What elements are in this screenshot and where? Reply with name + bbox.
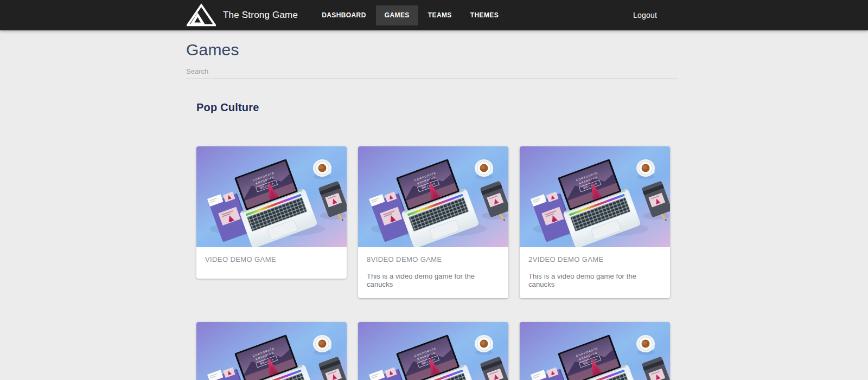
game-card[interactable] <box>196 322 347 380</box>
corporate-branding-mockup-illustration <box>358 146 508 247</box>
game-thumbnail <box>196 146 347 247</box>
game-card[interactable]: VIDEO DEMO GAME <box>196 146 347 279</box>
game-card[interactable]: 2VIDEO DEMO GAME This is a video demo ga… <box>520 146 670 298</box>
game-thumbnail <box>358 322 508 380</box>
game-card[interactable] <box>358 322 508 380</box>
game-title: 8VIDEO DEMO GAME <box>367 255 500 263</box>
corporate-branding-mockup-illustration <box>196 322 347 380</box>
nav-item-teams[interactable]: TEAMS <box>419 5 461 25</box>
search-input[interactable] <box>186 64 678 78</box>
corporate-branding-mockup-illustration <box>520 146 670 247</box>
games-grid-row-1: VIDEO DEMO GAME 8VIDEO DEMO GAME This is… <box>196 146 678 298</box>
main-content: Games Pop Culture VIDEO DEMO GAME 8VIDEO… <box>186 40 678 380</box>
navbar-inner: The Strong Game DASHBOARD GAMES TEAMS TH… <box>0 0 868 30</box>
game-title: VIDEO DEMO GAME <box>205 255 338 263</box>
game-description: This is a video demo game for the canuck… <box>528 272 661 288</box>
game-title: 2VIDEO DEMO GAME <box>528 255 661 263</box>
nav-item-dashboard[interactable]: DASHBOARD <box>313 5 375 25</box>
corporate-branding-mockup-illustration <box>358 322 508 380</box>
mountain-triangle-logo-icon[interactable] <box>187 3 216 27</box>
games-grid-row-2 <box>196 322 678 380</box>
main-nav: DASHBOARD GAMES TEAMS THEMES <box>312 0 508 30</box>
game-card-body: 8VIDEO DEMO GAME This is a video demo ga… <box>358 247 508 298</box>
game-description: This is a video demo game for the canuck… <box>367 272 500 288</box>
game-card-body: 2VIDEO DEMO GAME This is a video demo ga… <box>520 247 670 298</box>
corporate-branding-mockup-illustration <box>196 146 347 247</box>
search-field-wrap <box>186 64 678 79</box>
top-navbar: The Strong Game DASHBOARD GAMES TEAMS TH… <box>0 0 868 30</box>
nav-item-games[interactable]: GAMES <box>376 5 418 25</box>
nav-item-themes[interactable]: THEMES <box>462 5 507 25</box>
game-card[interactable]: 8VIDEO DEMO GAME This is a video demo ga… <box>358 146 508 298</box>
logout-button[interactable]: Logout <box>633 11 657 20</box>
game-thumbnail <box>358 146 508 247</box>
game-thumbnail <box>520 146 670 247</box>
app-title[interactable]: The Strong Game <box>223 10 298 21</box>
game-thumbnail <box>196 322 347 380</box>
page-title: Games <box>186 40 678 60</box>
game-card-body: VIDEO DEMO GAME <box>196 247 347 279</box>
section-title: Pop Culture <box>196 100 678 114</box>
corporate-branding-mockup-illustration <box>520 322 670 380</box>
game-thumbnail <box>520 322 670 380</box>
game-card[interactable] <box>520 322 670 380</box>
